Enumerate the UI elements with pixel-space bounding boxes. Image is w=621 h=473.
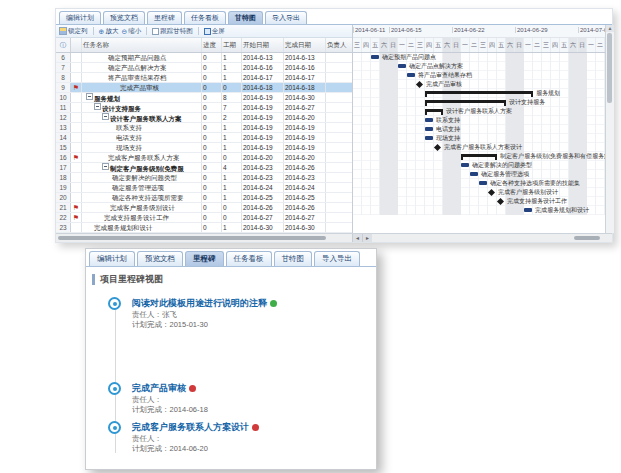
gantt-bar-label: 联系支持 [436, 116, 460, 125]
gantt-bar-label: 服务规划 [536, 89, 560, 98]
tab-edit-plan[interactable]: 编辑计划 [59, 11, 101, 24]
tracking-gantt-checkbox[interactable]: 跟踪甘特图 [152, 27, 193, 36]
header-owner[interactable]: 负责人 [326, 38, 352, 52]
table-hscroll-track[interactable] [56, 234, 352, 242]
collapse-icon[interactable] [102, 163, 109, 170]
gantt-milestone-diamond[interactable] [434, 144, 441, 151]
header-finish-date[interactable]: 完成日期 [284, 38, 326, 52]
gantt-task-bar[interactable] [470, 172, 478, 176]
gantt-task-bar[interactable] [425, 118, 433, 122]
table-row[interactable]: 18确定要解决的问题类型012014-6-232014-6-23 [56, 173, 352, 183]
tab-gantt[interactable]: 甘特图 [274, 251, 313, 266]
gantt-summary-bar[interactable] [425, 109, 443, 112]
table-row[interactable]: 16⚑完成客户服务联系人方案002014-6-202014-6-20 [56, 153, 352, 163]
horizontal-scrollbar[interactable]: ◄ ► [56, 233, 612, 242]
table-row[interactable]: 11设计支持服务072014-6-192014-6-27 [56, 103, 352, 113]
gantt-task-bar[interactable] [398, 64, 406, 68]
tab-task-board[interactable]: 任务看板 [226, 251, 272, 266]
row-number: 20 [56, 193, 71, 202]
task-name: 将产品审查结果存档 [108, 74, 167, 81]
table-row[interactable]: 7确定产品点解决方案012014-6-162014-6-16 [56, 63, 352, 73]
table-row[interactable]: 10服务规划082014-6-192014-6-30 [56, 93, 352, 103]
gantt-task-bar[interactable] [425, 127, 433, 131]
collapse-icon[interactable] [94, 103, 101, 110]
table-row[interactable]: 13联系支持012014-6-192014-6-19 [56, 123, 352, 133]
table-row[interactable]: 21⚑完成客户服务级别设计002014-6-262014-6-26 [56, 203, 352, 213]
table-row[interactable]: 6确定预期产品问题点012014-6-132014-6-13 [56, 53, 352, 63]
zoom-in-button[interactable]: ⊕ 放大 [99, 27, 119, 36]
table-row[interactable]: 20确定各种支持选项所需要012014-6-252014-6-25 [56, 193, 352, 203]
flag-cell: ⚑ [71, 203, 82, 212]
row-number: 11 [56, 103, 71, 112]
gantt-summary-bar[interactable] [425, 100, 506, 103]
tab-gantt[interactable]: 甘特图 [228, 11, 263, 24]
tab-milestone[interactable]: 里程碑 [147, 11, 182, 24]
gantt-hscroll-thumb[interactable] [574, 236, 600, 240]
gantt-hscroll-track[interactable] [372, 234, 612, 242]
tab-import-export[interactable]: 导入导出 [265, 11, 307, 24]
gantt-bar-label: 完成支持服务设计工作 [507, 197, 567, 206]
collapse-icon[interactable] [102, 113, 109, 120]
header-task-name[interactable]: 任务名称 [82, 38, 202, 52]
gantt-summary-bar[interactable] [461, 154, 497, 157]
tab-edit-plan[interactable]: 编辑计划 [89, 251, 135, 266]
scroll-right-arrow-icon[interactable]: ► [362, 234, 372, 242]
gantt-bar-label: 设计客户服务联系人方案 [446, 107, 512, 116]
duration-cell: 1 [222, 193, 242, 202]
tab-task-board[interactable]: 任务看板 [184, 11, 226, 24]
start-date-cell: 2014-6-24 [242, 183, 284, 192]
zoom-out-button[interactable]: ⊖ 缩小 [121, 27, 141, 36]
table-row[interactable]: 14电话支持012014-6-192014-6-19 [56, 133, 352, 143]
vertical-scroll-thumb[interactable] [607, 33, 612, 103]
header-start-date[interactable]: 开始日期 [242, 38, 284, 52]
milestone-plan-date: 计划完成：2014-06-18 [132, 405, 376, 415]
table-row[interactable]: 9⚑完成产品审核002014-6-182014-6-18 [56, 83, 352, 93]
task-name: 确定要解决的问题类型 [112, 174, 177, 181]
gantt-task-bar[interactable] [461, 163, 469, 167]
gantt-milestone-diamond[interactable] [497, 198, 504, 205]
gantt-milestone-diamond[interactable] [488, 189, 495, 196]
task-name-cell: 完成服务规划和设计 [82, 223, 202, 232]
gantt-vertical-scrollbar[interactable]: ▲ [605, 25, 614, 233]
header-progress[interactable]: 进度 [202, 38, 222, 52]
gantt-bar-label: 确定产品点解决方案 [409, 62, 463, 71]
lock-column-button[interactable]: 锁定列 [59, 27, 88, 36]
table-row[interactable]: 15现场支持012014-6-192014-6-19 [56, 143, 352, 153]
table-row[interactable]: 17制定客户服务级别(免费服042014-6-232014-6-26 [56, 163, 352, 173]
day-label: 三 [479, 38, 488, 52]
tab-preview-doc[interactable]: 预览文档 [103, 11, 145, 24]
table-row[interactable]: 19确定服务管理选项012014-6-242014-6-24 [56, 183, 352, 193]
lock-column-label: 锁定列 [68, 27, 88, 36]
scroll-left-arrow-icon[interactable]: ◄ [352, 234, 362, 242]
milestone-title: 完成产品审核 [132, 382, 376, 395]
tab-preview-doc[interactable]: 预览文档 [137, 251, 183, 266]
gantt-task-bar[interactable] [479, 181, 487, 185]
table-row[interactable]: 8将产品审查结果存档012014-6-172014-6-17 [56, 73, 352, 83]
fullscreen-icon [204, 28, 211, 35]
table-row[interactable]: 12设计客户服务联系人方案022014-6-192014-6-20 [56, 113, 352, 123]
header-duration[interactable]: 工期 [222, 38, 242, 52]
fullscreen-button[interactable]: 全屏 [204, 27, 225, 36]
gantt-task-bar[interactable] [524, 208, 532, 212]
flag-cell [71, 143, 82, 152]
gantt-summary-bar[interactable] [425, 91, 533, 94]
task-name: 电话支持 [116, 134, 142, 141]
gantt-milestone-diamond[interactable] [416, 81, 423, 88]
gantt-task-bar[interactable] [425, 136, 433, 140]
progress-cell: 0 [202, 163, 222, 172]
gantt-task-bar[interactable] [371, 55, 379, 59]
collapse-icon[interactable] [86, 93, 93, 100]
start-date-cell: 2014-6-19 [242, 123, 284, 132]
owner-cell [326, 133, 352, 142]
table-hscroll-thumb[interactable] [58, 236, 326, 240]
table-row[interactable]: 22⚑完成支持服务设计工作002014-6-272014-6-27 [56, 213, 352, 223]
tab-milestone[interactable]: 里程碑 [185, 251, 224, 266]
start-date-cell: 2014-6-26 [242, 203, 284, 212]
table-row[interactable]: 23完成服务规划和设计012014-6-302014-6-30 [56, 223, 352, 233]
gantt-task-bar[interactable] [407, 73, 415, 77]
scroll-up-arrow-icon[interactable]: ▲ [606, 25, 614, 32]
tab-import-export[interactable]: 导入导出 [314, 251, 360, 266]
owner-cell [326, 103, 352, 112]
owner-cell [326, 143, 352, 152]
milestone-title: 完成客户服务联系人方案设计 [132, 421, 376, 434]
